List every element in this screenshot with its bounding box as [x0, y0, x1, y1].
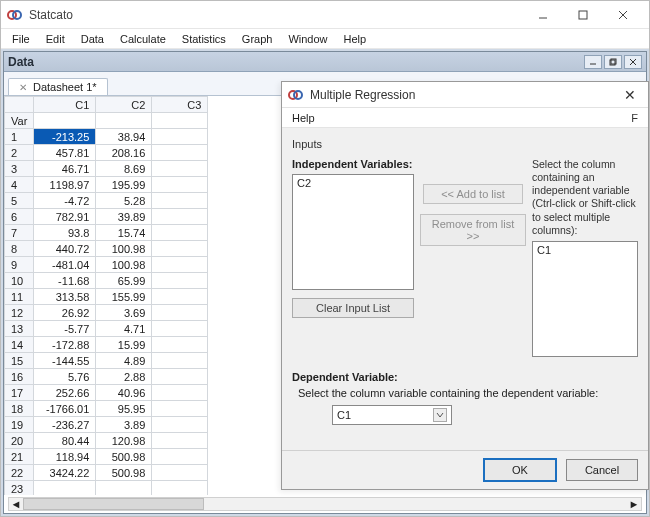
row-header[interactable]: 3	[5, 161, 34, 177]
table-row[interactable]: 8440.72100.98	[5, 241, 208, 257]
table-row[interactable]: 1-213.2538.94	[5, 129, 208, 145]
data-grid[interactable]: C1C2C3Var1-213.2538.942457.81208.16346.7…	[4, 96, 208, 495]
cell[interactable]	[152, 193, 208, 209]
row-header[interactable]: 11	[5, 289, 34, 305]
cell[interactable]: -11.68	[34, 273, 96, 289]
independent-variables-listbox[interactable]: C2	[292, 174, 414, 290]
cell[interactable]	[152, 145, 208, 161]
row-header[interactable]: 10	[5, 273, 34, 289]
cell[interactable]: -236.27	[34, 417, 96, 433]
row-header[interactable]: 21	[5, 449, 34, 465]
cell[interactable]: 195.99	[96, 177, 152, 193]
cell[interactable]	[152, 289, 208, 305]
cell[interactable]: 93.8	[34, 225, 96, 241]
row-header[interactable]: 16	[5, 369, 34, 385]
cell[interactable]	[152, 401, 208, 417]
add-to-list-button[interactable]: << Add to list	[423, 184, 523, 204]
cell[interactable]: 3.89	[96, 417, 152, 433]
cell[interactable]	[152, 241, 208, 257]
cell[interactable]: 46.71	[34, 161, 96, 177]
cell[interactable]: 15.74	[96, 225, 152, 241]
row-header[interactable]: 4	[5, 177, 34, 193]
row-header[interactable]: 13	[5, 321, 34, 337]
menu-window[interactable]: Window	[281, 31, 334, 47]
menu-statistics[interactable]: Statistics	[175, 31, 233, 47]
row-header[interactable]: 18	[5, 401, 34, 417]
sheet-tab[interactable]: ✕ Datasheet 1*	[8, 78, 108, 95]
data-window-close[interactable]	[624, 55, 642, 69]
cell[interactable]: -144.55	[34, 353, 96, 369]
list-item[interactable]: C2	[297, 177, 409, 189]
cell[interactable]	[152, 353, 208, 369]
dialog-close-button[interactable]: ✕	[618, 87, 642, 103]
cell[interactable]: 500.98	[96, 465, 152, 481]
row-header[interactable]: 15	[5, 353, 34, 369]
menu-help[interactable]: Help	[337, 31, 374, 47]
cell[interactable]: 80.44	[34, 433, 96, 449]
table-row[interactable]: 13-5.774.71	[5, 321, 208, 337]
row-header[interactable]: 9	[5, 257, 34, 273]
cell[interactable]	[152, 273, 208, 289]
cell[interactable]: 5.76	[34, 369, 96, 385]
row-header[interactable]: 1	[5, 129, 34, 145]
menu-graph[interactable]: Graph	[235, 31, 280, 47]
row-header[interactable]: 5	[5, 193, 34, 209]
scroll-thumb[interactable]	[23, 498, 204, 510]
cell[interactable]: 155.99	[96, 289, 152, 305]
cancel-button[interactable]: Cancel	[566, 459, 638, 481]
cell[interactable]: 100.98	[96, 257, 152, 273]
cell[interactable]: 38.94	[96, 129, 152, 145]
cell[interactable]: 15.99	[96, 337, 152, 353]
cell[interactable]: 782.91	[34, 209, 96, 225]
cell[interactable]	[152, 465, 208, 481]
table-row[interactable]: 223424.22500.98	[5, 465, 208, 481]
cell[interactable]: 4.89	[96, 353, 152, 369]
row-header[interactable]: 22	[5, 465, 34, 481]
dialog-help-menu[interactable]: Help	[292, 112, 315, 124]
window-close-button[interactable]	[603, 4, 643, 26]
window-maximize-button[interactable]	[563, 4, 603, 26]
cell[interactable]	[152, 161, 208, 177]
table-row[interactable]: 15-144.554.89	[5, 353, 208, 369]
cell[interactable]: 40.96	[96, 385, 152, 401]
cell[interactable]	[152, 385, 208, 401]
table-row[interactable]: 1226.923.69	[5, 305, 208, 321]
cell[interactable]	[152, 305, 208, 321]
cell[interactable]: -213.25	[34, 129, 96, 145]
data-window-restore[interactable]	[604, 55, 622, 69]
cell[interactable]	[152, 129, 208, 145]
table-row[interactable]: 41198.97195.99	[5, 177, 208, 193]
table-row[interactable]: 23	[5, 481, 208, 496]
ok-button[interactable]: OK	[484, 459, 556, 481]
row-header[interactable]: 20	[5, 433, 34, 449]
table-row[interactable]: 346.718.69	[5, 161, 208, 177]
cell[interactable]	[96, 481, 152, 496]
cell[interactable]: 118.94	[34, 449, 96, 465]
cell[interactable]: 65.99	[96, 273, 152, 289]
scroll-left-arrow-icon[interactable]: ◄	[9, 498, 23, 510]
cell[interactable]: 208.16	[96, 145, 152, 161]
cell[interactable]	[152, 225, 208, 241]
table-row[interactable]: 19-236.273.89	[5, 417, 208, 433]
row-header[interactable]: 12	[5, 305, 34, 321]
cell[interactable]: 120.98	[96, 433, 152, 449]
cell[interactable]	[152, 433, 208, 449]
row-header[interactable]: 2	[5, 145, 34, 161]
cell[interactable]: 1198.97	[34, 177, 96, 193]
dependent-variable-combo[interactable]: C1	[332, 405, 452, 425]
table-row[interactable]: 18-1766.0195.95	[5, 401, 208, 417]
menu-file[interactable]: File	[5, 31, 37, 47]
remove-from-list-button[interactable]: Remove from list >>	[420, 214, 526, 246]
cell[interactable]: 252.66	[34, 385, 96, 401]
table-row[interactable]: 9-481.04100.98	[5, 257, 208, 273]
cell[interactable]: 3.69	[96, 305, 152, 321]
available-columns-listbox[interactable]: C1	[532, 241, 638, 357]
cell[interactable]: -172.88	[34, 337, 96, 353]
table-row[interactable]: 793.815.74	[5, 225, 208, 241]
column-header[interactable]: C1	[34, 97, 96, 113]
menu-edit[interactable]: Edit	[39, 31, 72, 47]
cell[interactable]: 313.58	[34, 289, 96, 305]
row-header[interactable]: 8	[5, 241, 34, 257]
cell[interactable]: 457.81	[34, 145, 96, 161]
cell[interactable]	[152, 321, 208, 337]
